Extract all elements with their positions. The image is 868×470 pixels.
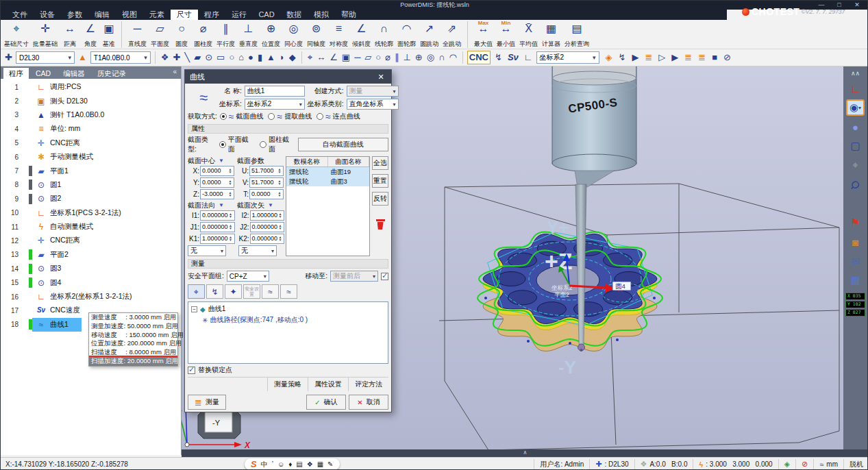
tree-unit[interactable]: 4 ≡ 单位: mm xyxy=(1,122,181,136)
straightness-icon[interactable]: ─ 直线度 xyxy=(126,21,149,48)
acquire-extract-curve[interactable]: ≈ 提取曲线 xyxy=(268,112,312,121)
safety-plane-select[interactable]: CP+Z xyxy=(227,271,269,282)
position-small-icon[interactable]: ⊕ xyxy=(414,51,424,64)
move-to-select[interactable]: 测量前后 xyxy=(330,271,378,282)
element-group-icon[interactable]: ❖ xyxy=(160,51,171,64)
radio-icon[interactable] xyxy=(219,141,226,148)
line-icon[interactable]: ╲ xyxy=(183,51,191,64)
run-list-icon[interactable]: ≣ xyxy=(643,51,654,64)
distance-icon[interactable]: ↔ 距离 xyxy=(60,21,80,48)
dropdown-triangle-icon[interactable]: ▼ xyxy=(219,202,224,208)
cnc-speed-icon[interactable]: Sν xyxy=(506,51,520,64)
normal-mode-select[interactable]: 无 xyxy=(188,245,226,256)
surface-profile-small-icon[interactable]: ◠ xyxy=(447,51,458,64)
tree-csys2[interactable]: 16 ∟ 坐标系2(坐标系1 3-2-1法) xyxy=(1,290,181,304)
coaxiality-icon[interactable]: ⊚ 同轴度 xyxy=(305,21,327,48)
path-tree-root[interactable]: ◆ 曲线1 xyxy=(191,304,385,314)
menu-parameter[interactable]: 参数 xyxy=(61,10,88,20)
acquire-point-curve[interactable]: ≈ 连点曲线 xyxy=(317,112,360,121)
measure-strategy-button[interactable]: 测量策略 xyxy=(267,378,308,391)
roundness-small-icon[interactable]: ○ xyxy=(374,51,382,64)
ime-grid-icon[interactable]: ▦ xyxy=(317,460,323,468)
move-to-checkbox[interactable] xyxy=(381,273,388,280)
tree-cnc-distance[interactable]: 5 ✛ CNC距离 xyxy=(1,136,181,150)
dropdown-triangle-icon[interactable]: ▼ xyxy=(268,202,273,208)
tree-plane2[interactable]: 13 ▰ 平面2 xyxy=(1,248,181,262)
plane-icon[interactable]: ▰ xyxy=(193,51,202,64)
tree-circle3[interactable]: 14 ⊙ 圆3 xyxy=(1,262,181,275)
concentricity-icon[interactable]: ◎ 同心度 xyxy=(282,21,305,48)
ime-sogou-icon[interactable]: S xyxy=(251,459,257,469)
batch-basic-icon[interactable]: ✛ 批量基础 xyxy=(31,21,60,48)
menu-program[interactable]: 程序 xyxy=(198,10,225,20)
spinner-icon[interactable] xyxy=(228,236,234,241)
probe-select[interactable]: D2L30 xyxy=(16,51,75,64)
datum-small-icon[interactable]: ▣ xyxy=(340,51,351,64)
tree-plane1[interactable]: 7 ▰ 平面1 xyxy=(1,164,181,177)
spin-field[interactable]: U:51.7000 xyxy=(237,165,284,176)
spin-field[interactable]: K2:0.000000 xyxy=(238,233,285,244)
calculator-icon[interactable]: ▦ 计算器 xyxy=(540,21,562,48)
spin-field[interactable]: X:0.0000 xyxy=(188,165,234,176)
dropdown-triangle-icon[interactable]: ▼ xyxy=(219,158,224,164)
circle4-tag[interactable]: 圆4 xyxy=(612,282,631,290)
tree-manual-mode[interactable]: 6 ✱ 手动测量模式 xyxy=(1,150,181,164)
spinner-icon[interactable] xyxy=(227,180,233,185)
spin-field[interactable]: J2:0.000000 xyxy=(238,221,285,232)
touch-point-icon[interactable]: ✦ xyxy=(225,284,242,299)
curve-element-icon[interactable]: ◆ xyxy=(288,51,297,64)
probe-pick-icon[interactable]: ⌖ xyxy=(846,157,865,173)
tree-auto-mode[interactable]: 11 ϟ 自动测量模式 xyxy=(1,220,181,234)
delete-icon[interactable] xyxy=(376,219,385,230)
reset-button[interactable]: 重置 xyxy=(372,174,388,188)
position-icon[interactable]: ⊕ 位置度 xyxy=(260,21,282,48)
min-value-icon[interactable]: Min ↔ 最小值 xyxy=(495,21,517,48)
spinner-icon[interactable] xyxy=(228,212,234,218)
probe-path-icon[interactable]: ↯ xyxy=(206,284,223,299)
path-tree-child[interactable]: ✳ 曲线路径(探测点:747 ,移动点:0 ) xyxy=(202,315,385,325)
zoom-pick-icon[interactable]: Ϙ xyxy=(846,176,865,193)
flatness-icon[interactable]: ▱ 平面度 xyxy=(149,21,171,48)
second-mode-select[interactable]: 无 xyxy=(238,245,277,256)
curve-name-input[interactable]: 曲线1 xyxy=(245,86,305,97)
ime-punct-icon[interactable]: ’ xyxy=(272,460,273,468)
roundness-icon[interactable]: ○ 圆度 xyxy=(171,21,192,48)
create-mode-select[interactable]: 测量 xyxy=(347,86,399,97)
csys-type-select[interactable]: 直角坐标系 xyxy=(347,99,399,110)
menu-cad[interactable]: CAD xyxy=(253,10,280,20)
speed-segment[interactable]: ϟ: 3.000 3.000 0.000 xyxy=(693,459,778,470)
measure-button[interactable]: ≣ 测量 xyxy=(188,395,226,410)
spin-field[interactable]: I2:1.000000 xyxy=(238,210,285,221)
coordinate-axes-icon[interactable]: ∟ xyxy=(523,51,534,64)
menu-device[interactable]: 设备 xyxy=(34,10,61,20)
cone-icon[interactable]: ▲ xyxy=(265,51,277,64)
tab-editor[interactable]: 编辑器 xyxy=(58,68,90,79)
dialog-close-icon[interactable]: ✕ xyxy=(375,73,386,82)
menu-simulate[interactable]: 模拟 xyxy=(308,10,335,20)
tree-cnc-distance2[interactable]: 12 ✛ CNC距离 xyxy=(1,234,181,247)
tree-csys1[interactable]: 10 ∟ 坐标系1(PCS 3-2-1法) xyxy=(1,206,181,220)
view-eye-icon[interactable]: ◉ xyxy=(846,99,865,116)
program-block-icon[interactable]: ≣ xyxy=(683,51,693,64)
replace-lock-checkbox[interactable] xyxy=(188,367,195,374)
parallelism-small-icon[interactable]: ∥ xyxy=(393,51,401,64)
line-profile-icon[interactable]: ∩ 线轮廓 xyxy=(373,21,395,48)
tree-circle4[interactable]: 15 ⊙ 圆4 xyxy=(1,275,181,289)
split-view-icon[interactable]: ▦ xyxy=(846,272,865,288)
acquire-section-curve[interactable]: ≈ 截面曲线 xyxy=(220,112,264,121)
probe-offline-button[interactable]: ⊘ xyxy=(795,459,813,470)
tree-circle1[interactable]: 8 ⊙ 圆1 xyxy=(1,178,181,192)
inclination-icon[interactable]: ∠ 倾斜度 xyxy=(350,21,373,48)
cube-view-icon[interactable] xyxy=(846,195,865,212)
record-disabled-icon[interactable]: ⊘ xyxy=(722,51,732,64)
line-profile-small-icon[interactable]: ∩ xyxy=(437,51,446,64)
spin-field[interactable]: K1:1.000000 xyxy=(188,233,235,244)
spin-field[interactable]: I1:0.000000 xyxy=(188,210,235,221)
unit-segment[interactable]: ≈mm xyxy=(813,459,843,470)
table-row[interactable]: 摆线轮 曲面19 xyxy=(286,167,369,177)
tree-stylus[interactable]: 3 ▲ 测针 T1A0.0B0.0 xyxy=(1,108,181,122)
menu-run[interactable]: 运行 xyxy=(225,10,253,20)
stylus-select[interactable]: T1A0.0B0.0 xyxy=(90,51,151,64)
flatness-small-icon[interactable]: ▱ xyxy=(363,51,373,64)
spinner-icon[interactable] xyxy=(277,168,282,173)
